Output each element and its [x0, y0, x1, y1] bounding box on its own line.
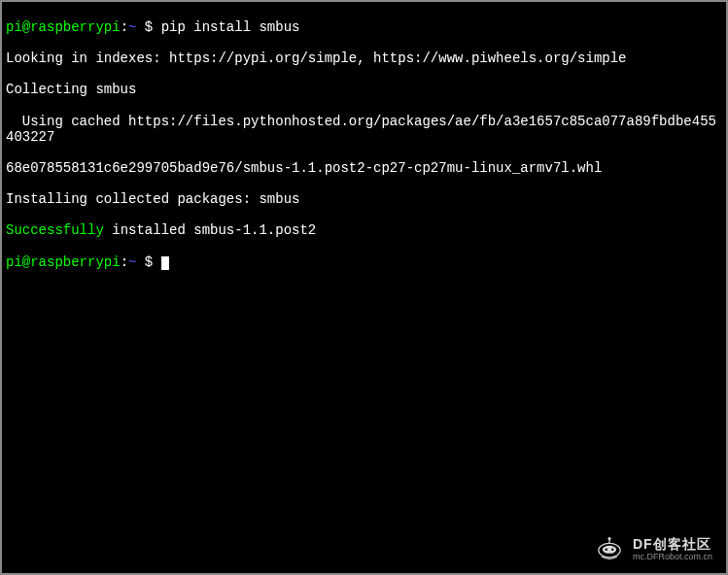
command-text: pip install smbus: [161, 19, 300, 35]
prompt-symbol: $: [136, 254, 160, 270]
robot-icon: [594, 536, 625, 561]
success-rest: installed smbus-1.1.post2: [104, 222, 316, 238]
prompt-line-1: pi@raspberrypi:~ $ pip install smbus: [6, 19, 722, 35]
prompt-colon: :: [121, 19, 128, 35]
output-line: Using cached https://files.pythonhosted.…: [6, 114, 722, 145]
watermark-url: mc.DFRobot.com.cn: [633, 552, 712, 561]
success-line: Successfully installed smbus-1.1.post2: [6, 222, 722, 238]
terminal-output[interactable]: pi@raspberrypi:~ $ pip install smbus Loo…: [2, 2, 726, 288]
prompt-user: pi@raspberrypi: [6, 19, 121, 35]
svg-point-5: [607, 537, 610, 540]
watermark-prefix: DF: [633, 536, 653, 552]
svg-point-1: [603, 546, 616, 554]
output-line: 68e078558131c6e299705bad9e76/smbus-1.1.p…: [6, 160, 722, 176]
cursor[interactable]: [161, 256, 169, 270]
prompt-colon: :: [121, 254, 128, 270]
watermark-title-text: 创客社区: [653, 536, 711, 552]
success-word: Successfully: [6, 222, 104, 238]
svg-point-3: [611, 548, 613, 550]
output-line: Installing collected packages: smbus: [6, 191, 722, 207]
output-line: Looking in indexes: https://pypi.org/sim…: [6, 51, 722, 66]
watermark-title: DF创客社区: [633, 536, 712, 552]
prompt-line-2: pi@raspberrypi:~ $: [6, 254, 722, 270]
prompt-symbol: $: [136, 19, 160, 35]
watermark: DF创客社区 mc.DFRobot.com.cn: [594, 536, 712, 561]
svg-point-2: [606, 548, 607, 550]
prompt-user: pi@raspberrypi: [6, 254, 121, 270]
watermark-text: DF创客社区 mc.DFRobot.com.cn: [633, 536, 712, 561]
output-line: Collecting smbus: [6, 82, 722, 97]
